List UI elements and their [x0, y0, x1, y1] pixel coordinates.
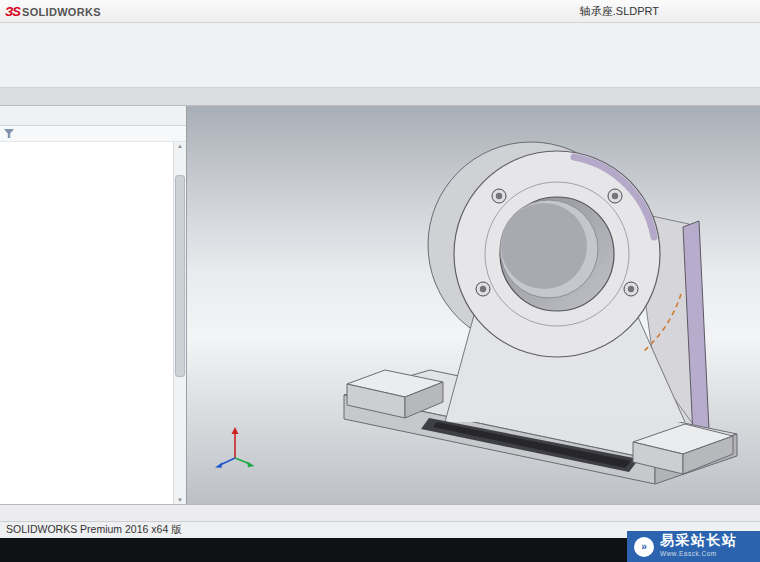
- scroll-thumb[interactable]: [175, 175, 185, 377]
- watermark-subtitle: Www.Easck.Com: [660, 547, 738, 560]
- tree-filter-row: [0, 126, 186, 142]
- filter-funnel-icon[interactable]: [4, 129, 14, 138]
- graphics-viewport[interactable]: [187, 106, 760, 504]
- document-title: 轴承座.SLDPRT: [580, 4, 659, 19]
- solidworks-logo-text: SOLIDWORKS: [22, 6, 101, 18]
- scroll-up-icon[interactable]: ▲: [177, 143, 183, 149]
- ribbon: [0, 23, 760, 88]
- watermark-logo-icon: »: [634, 537, 654, 557]
- solidworks-window: ЗS SOLIDWORKS 轴承座.SLDPRT ▲ ▼: [0, 0, 760, 562]
- scroll-down-icon[interactable]: ▼: [177, 497, 183, 503]
- feature-tree: [0, 142, 173, 504]
- main-area: ▲ ▼: [0, 106, 760, 504]
- solidworks-logo: ЗS SOLIDWORKS: [5, 4, 101, 19]
- feature-manager-panel: ▲ ▼: [0, 106, 187, 504]
- view-tabs: [0, 504, 760, 521]
- title-bar: ЗS SOLIDWORKS 轴承座.SLDPRT: [0, 0, 760, 23]
- status-text: SOLIDWORKS Premium 2016 x64 版: [6, 523, 182, 537]
- watermark-title: 易采站长站: [660, 534, 738, 547]
- panel-tabs: [0, 106, 186, 126]
- commandmanager-tabs: [0, 88, 760, 106]
- watermark-text: 易采站长站 Www.Easck.Com: [660, 534, 738, 560]
- tree-wrap: ▲ ▼: [0, 142, 186, 504]
- solidworks-logo-mark: ЗS: [5, 4, 20, 19]
- orientation-triad: [213, 422, 257, 468]
- model-3d[interactable]: [333, 132, 760, 504]
- watermark: » 易采站长站 Www.Easck.Com: [627, 531, 760, 562]
- tree-scrollbar[interactable]: ▲ ▼: [173, 142, 186, 504]
